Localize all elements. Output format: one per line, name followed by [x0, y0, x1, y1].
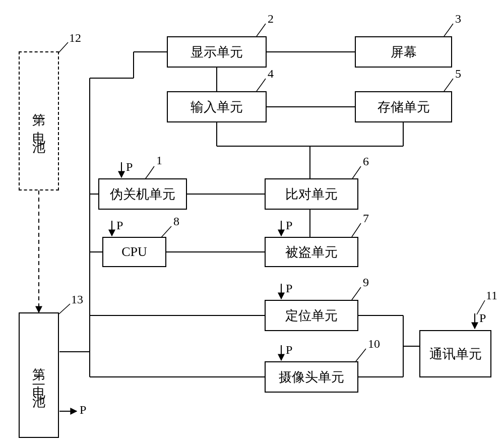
battery1-label: 第一电池: [30, 103, 48, 139]
num-9: 9: [363, 276, 369, 289]
num-13: 13: [71, 293, 83, 306]
cpu-box: CPU: [102, 237, 166, 267]
display-unit-label: 显示单元: [191, 43, 243, 61]
stolen-unit-label: 被盗单元: [285, 243, 338, 261]
num-8: 8: [173, 215, 179, 228]
positioning-unit-box: 定位单元: [265, 300, 358, 331]
battery2-label: 第二电池: [30, 357, 48, 394]
num-11: 11: [486, 289, 497, 302]
p-fake-shutdown: P: [126, 160, 133, 174]
num-6: 6: [363, 155, 369, 168]
input-unit-box: 输入单元: [167, 91, 267, 122]
num-12: 12: [69, 31, 81, 45]
p-battery2-out: P: [80, 403, 86, 417]
p-cpu: P: [116, 219, 123, 232]
p-camera: P: [286, 343, 292, 357]
diagram-canvas: 第一电池 第二电池 显示单元 屏幕 输入单元 存储单元 伪关机单元 比对单元 C…: [0, 0, 504, 448]
display-unit-box: 显示单元: [167, 36, 267, 68]
num-7: 7: [363, 212, 369, 225]
num-10: 10: [368, 337, 380, 351]
p-comm: P: [479, 311, 486, 325]
p-positioning: P: [286, 282, 292, 295]
fake-shutdown-unit-label: 伪关机单元: [110, 185, 175, 203]
cpu-label: CPU: [121, 244, 147, 260]
num-5: 5: [455, 67, 461, 81]
compare-unit-box: 比对单元: [265, 178, 358, 210]
comm-unit-box: 通讯单元: [419, 330, 491, 377]
compare-unit-label: 比对单元: [285, 185, 338, 203]
positioning-unit-label: 定位单元: [285, 307, 338, 325]
num-2: 2: [268, 12, 274, 26]
storage-unit-label: 存储单元: [377, 98, 430, 116]
input-unit-label: 输入单元: [191, 98, 243, 116]
battery2-box: 第二电池: [19, 312, 59, 438]
camera-unit-label: 摄像头单元: [279, 368, 344, 386]
num-4: 4: [268, 67, 274, 81]
num-3: 3: [455, 12, 461, 26]
screen-label: 屏幕: [391, 43, 417, 61]
storage-unit-box: 存储单元: [355, 91, 452, 122]
fake-shutdown-unit-box: 伪关机单元: [98, 178, 187, 210]
num-1: 1: [156, 154, 162, 167]
camera-unit-box: 摄像头单元: [265, 361, 358, 393]
screen-box: 屏幕: [355, 36, 452, 68]
p-stolen: P: [286, 219, 292, 232]
comm-unit-label: 通讯单元: [429, 345, 482, 363]
stolen-unit-box: 被盗单元: [265, 237, 358, 267]
battery1-box: 第一电池: [19, 51, 59, 190]
